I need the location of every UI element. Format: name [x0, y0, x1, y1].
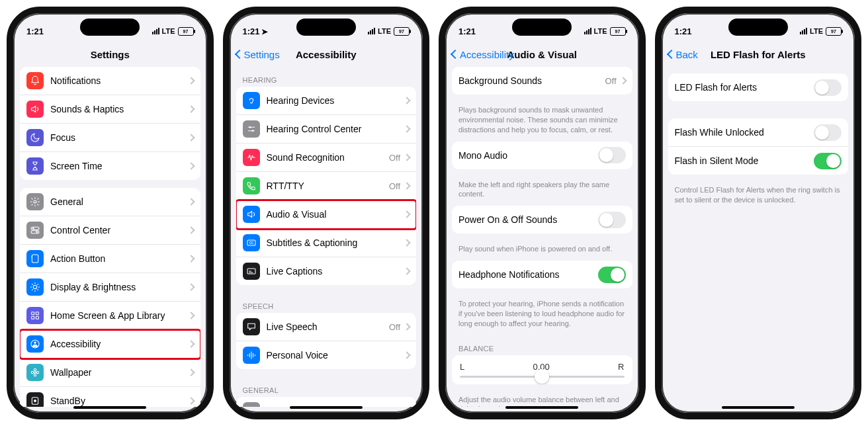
location-icon: ➤ — [261, 27, 268, 36]
row-flash-silent[interactable]: Flash in Silent Mode — [668, 147, 849, 175]
row-value: Off — [389, 322, 400, 332]
toggle-flash-silent[interactable] — [814, 153, 842, 169]
slider-thumb[interactable] — [535, 369, 549, 384]
signal-icon — [800, 28, 807, 34]
speaker-icon — [26, 101, 44, 118]
grid-icon — [26, 307, 44, 324]
chevron-left-icon — [666, 50, 675, 59]
footer-mono: Make the left and right speakers play th… — [452, 177, 632, 206]
chevron-right-icon — [187, 198, 195, 205]
svg-rect-11 — [36, 316, 38, 319]
accessibility-list[interactable]: HEARING Hearing DevicesHearing Control C… — [230, 67, 423, 407]
svg-text:CC: CC — [249, 241, 253, 245]
row-label: General — [50, 196, 189, 207]
row-control-center[interactable]: Control Center — [20, 216, 200, 245]
bubble-icon — [243, 318, 260, 335]
chevron-right-icon — [187, 283, 195, 290]
row-standby[interactable]: StandBy — [20, 387, 200, 407]
toggle-headphone-notifications[interactable] — [598, 267, 626, 283]
svg-point-0 — [34, 200, 36, 203]
row-screen-time[interactable]: Screen Time — [20, 152, 200, 180]
svg-rect-5 — [32, 255, 38, 263]
home-indicator[interactable] — [722, 406, 795, 409]
row-rtt-tty[interactable]: RTT/TTYOff — [236, 172, 417, 200]
row-subtitles-captioning[interactable]: CCSubtitles & Captioning — [236, 229, 417, 257]
row-focus[interactable]: Focus — [20, 124, 200, 152]
row-label: Action Button — [50, 253, 189, 264]
svg-rect-1 — [31, 227, 39, 230]
svg-rect-6 — [32, 256, 32, 258]
row-wallpaper[interactable]: Wallpaper — [20, 359, 200, 387]
row-personal-voice[interactable]: Personal Voice — [236, 341, 417, 369]
toggle-flash-unlocked[interactable] — [814, 124, 842, 141]
phone-led-flash: 1:21 LTE 97 Back LED Flash for Alerts LE… — [655, 7, 862, 419]
row-label: Control Center — [50, 225, 189, 235]
row-sounds-haptics[interactable]: Sounds & Haptics — [20, 95, 200, 124]
svg-point-3 — [32, 228, 34, 230]
settings-list[interactable]: NotificationsSounds & HapticsFocusScreen… — [13, 67, 207, 407]
voice-icon — [243, 347, 260, 364]
row-notifications[interactable]: Notifications — [20, 67, 200, 95]
svg-point-26 — [249, 126, 251, 128]
row-label: Hearing Devices — [267, 95, 405, 106]
svg-point-15 — [34, 368, 36, 370]
chevron-right-icon — [187, 255, 195, 262]
back-button[interactable]: Settings — [236, 49, 280, 60]
svg-rect-10 — [32, 316, 34, 319]
row-label: Live Captions — [267, 266, 405, 277]
row-label: Sounds & Haptics — [50, 104, 189, 114]
slider-track[interactable] — [460, 376, 625, 378]
status-time: 1:21 — [26, 26, 44, 36]
svg-point-14 — [34, 372, 36, 374]
footer-power: Play sound when iPhone is powered on and… — [452, 241, 632, 261]
row-led-flash-main[interactable]: LED Flash for Alerts — [668, 73, 849, 101]
caption-icon — [243, 263, 260, 280]
row-home-screen-app-library[interactable]: Home Screen & App Library — [20, 302, 200, 330]
row-live-captions[interactable]: Live Captions — [236, 257, 417, 285]
chevron-right-icon — [619, 77, 627, 84]
row-flash-unlocked[interactable]: Flash While Unlocked — [668, 118, 849, 147]
led-flash-list[interactable]: LED Flash for Alerts Flash While Unlocke… — [662, 67, 855, 407]
home-indicator[interactable] — [505, 406, 578, 409]
row-mono-audio[interactable]: Mono Audio — [452, 142, 632, 169]
home-indicator[interactable] — [290, 406, 363, 409]
row-label: Home Screen & App Library — [50, 310, 189, 321]
page-title: Settings — [91, 49, 130, 60]
svg-rect-8 — [32, 312, 34, 315]
signal-icon — [368, 28, 375, 34]
chevron-right-icon — [403, 267, 410, 275]
row-audio-visual[interactable]: Audio & Visual — [236, 200, 417, 229]
row-value: Off — [389, 406, 400, 407]
row-label: Live Speech — [267, 321, 389, 332]
home-indicator[interactable] — [73, 406, 146, 409]
row-action-button[interactable]: Action Button — [20, 245, 200, 273]
phone-settings: 1:21 LTE 97 Settings NotificationsSounds… — [7, 7, 214, 419]
toggle-mono-audio[interactable] — [598, 147, 626, 163]
row-label: Display & Brightness — [50, 282, 189, 292]
row-live-speech[interactable]: Live SpeechOff — [236, 313, 417, 341]
signal-label: LTE — [594, 27, 607, 35]
balance-slider[interactable]: L 0.00 R — [452, 355, 632, 384]
row-hearing-control-center[interactable]: Hearing Control Center — [236, 115, 417, 144]
row-display-brightness[interactable]: Display & Brightness — [20, 273, 200, 302]
row-label: Sound Recognition — [267, 152, 389, 163]
toggle-power-sounds[interactable] — [598, 212, 626, 228]
notch — [80, 19, 140, 36]
row-background-sounds[interactable]: Background Sounds Off — [452, 67, 632, 95]
audio-visual-list[interactable]: Background Sounds Off Plays background s… — [445, 67, 639, 407]
row-accessibility[interactable]: Accessibility — [20, 330, 200, 359]
back-button[interactable]: Back — [668, 49, 698, 60]
back-button[interactable]: Accessibility — [452, 49, 514, 60]
speaker-icon — [243, 206, 260, 223]
row-sound-recognition[interactable]: Sound RecognitionOff — [236, 144, 417, 172]
page-title: Audio & Visual — [507, 49, 577, 60]
row-headphone-notifications[interactable]: Headphone Notifications — [452, 261, 632, 288]
standby-icon — [26, 392, 44, 407]
flower-icon — [26, 364, 44, 381]
toggle-led-flash[interactable] — [814, 79, 842, 96]
row-general[interactable]: General — [20, 188, 200, 216]
balance-right-label: R — [618, 362, 624, 372]
row-hearing-devices[interactable]: Hearing Devices — [236, 87, 417, 115]
row-power-sounds[interactable]: Power On & Off Sounds — [452, 206, 632, 234]
row-guided-access[interactable]: Guided AccessOff — [236, 397, 417, 407]
